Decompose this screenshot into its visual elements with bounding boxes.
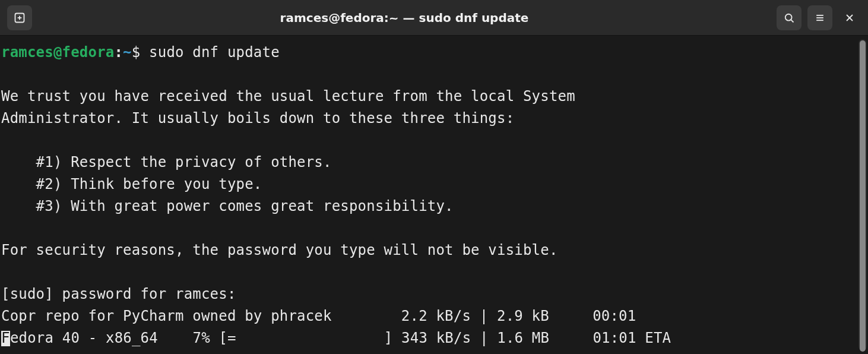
window-title: ramces@fedora:~ — sudo dnf update — [38, 11, 771, 25]
terminal-cursor: F — [1, 331, 10, 346]
search-button[interactable] — [777, 5, 802, 30]
prompt-userhost: ramces@fedora — [1, 44, 114, 61]
prompt-path: ~ — [123, 44, 132, 61]
terminal-line: For security reasons, the password you t… — [1, 242, 558, 258]
terminal-line: Copr repo for PyCharm owned by phracek 2… — [1, 308, 671, 324]
hamburger-icon — [814, 12, 826, 24]
terminal-line: edora 40 - x86_64 7% [= — [10, 330, 236, 346]
terminal-line: We trust you have received the usual lec… — [1, 88, 575, 105]
scrollbar[interactable] — [859, 39, 867, 350]
terminal-line: #3) With great power comes great respons… — [1, 198, 454, 214]
new-tab-button[interactable] — [7, 5, 32, 30]
scrollbar-thumb[interactable] — [860, 40, 866, 352]
prompt-symbol: $ — [132, 44, 149, 61]
close-button[interactable] — [838, 5, 861, 30]
terminal-line: [sudo] password for ramces: — [1, 286, 245, 302]
titlebar-right-group — [777, 5, 861, 30]
prompt-colon: : — [114, 44, 123, 61]
search-icon — [783, 12, 795, 24]
svg-point-3 — [785, 14, 792, 20]
new-tab-icon — [14, 12, 26, 24]
svg-line-4 — [791, 20, 793, 22]
terminal-line: #2) Think before you type. — [1, 176, 262, 192]
terminal-line: Administrator. It usually boils down to … — [1, 110, 514, 127]
close-icon — [844, 12, 856, 24]
terminal-viewport[interactable]: ramces@fedora:~$ sudo dnf update We trus… — [0, 36, 868, 354]
terminal-line: #1) Respect the privacy of others. — [1, 154, 332, 170]
titlebar: ramces@fedora:~ — sudo dnf update — [0, 0, 868, 36]
terminal-output: ramces@fedora:~$ sudo dnf update We trus… — [1, 42, 867, 349]
menu-button[interactable] — [807, 5, 832, 30]
terminal-line: ] 343 kB/s | 1.6 MB 01:01 ETA — [236, 330, 671, 346]
prompt-command: sudo dnf update — [149, 44, 280, 61]
